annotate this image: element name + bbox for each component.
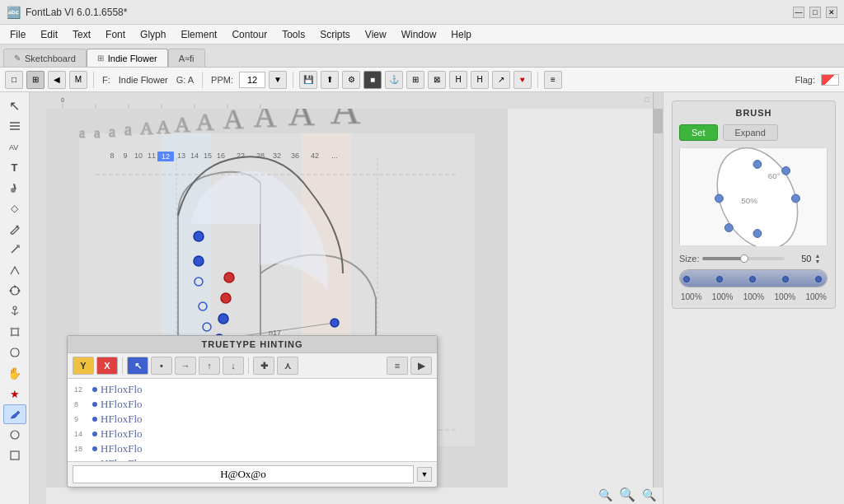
export-btn[interactable]: ⬆ <box>321 71 339 89</box>
tool-pen2[interactable] <box>3 240 26 259</box>
dark-mode-btn[interactable]: ■ <box>363 71 382 89</box>
save-btn[interactable]: 💾 <box>299 71 317 89</box>
tool-brush-active[interactable] <box>3 404 26 424</box>
svg-text:A: A <box>254 109 277 133</box>
hinting-content[interactable]: 12 HFloxFlo 8 HFloxFlo 9 HFloxFlo 14 <box>68 379 437 461</box>
svg-text:A: A <box>140 118 153 138</box>
bar-dot-4[interactable] <box>782 276 789 282</box>
brush-expand-btn[interactable]: Expand <box>723 124 778 141</box>
minimize-button[interactable]: — <box>793 7 804 18</box>
hint-dot-2 <box>92 402 97 407</box>
tool-node[interactable] <box>3 281 26 301</box>
hint-y-btn[interactable]: Y <box>73 357 94 375</box>
maximize-button[interactable]: □ <box>809 7 821 18</box>
svg-text:a: a <box>124 120 132 138</box>
menu-view[interactable]: View <box>359 27 393 42</box>
anchor-tool-btn[interactable]: ⚓ <box>385 71 403 89</box>
brush-size-row: Size: 50 ▲ ▼ <box>679 253 828 264</box>
tool-transform[interactable] <box>3 322 26 342</box>
menu-file[interactable]: File <box>3 27 32 42</box>
tool-contour[interactable] <box>3 343 26 362</box>
hint-btn[interactable]: H <box>449 71 467 89</box>
hint-arrow-btn[interactable]: ↖ <box>127 357 148 375</box>
hint-x-btn[interactable]: X <box>96 357 118 375</box>
hint-dot-btn[interactable]: • <box>151 357 172 375</box>
hint-play-btn[interactable]: ▶ <box>410 357 432 375</box>
brush-set-btn[interactable]: Set <box>679 124 718 141</box>
view-mode-btn1[interactable]: □ <box>5 71 23 89</box>
hint-fork-btn[interactable]: ⋏ <box>277 357 298 375</box>
size-up-arrow[interactable]: ▲ <box>814 253 820 259</box>
tool-select[interactable]: ↖ <box>3 96 26 115</box>
menu-window[interactable]: Window <box>395 27 443 42</box>
vertical-scrollbar[interactable] <box>653 92 663 488</box>
brush-buttons: Set Expand <box>679 124 828 141</box>
view-mode-btn4[interactable]: M <box>69 71 87 89</box>
grid-btn[interactable]: ⊞ <box>406 71 424 89</box>
svg-point-17 <box>16 334 19 337</box>
window-controls: — □ ✕ <box>793 7 837 18</box>
menu-contour[interactable]: Contour <box>225 27 274 42</box>
tool-text[interactable]: T <box>3 157 26 177</box>
menu-text[interactable]: Text <box>66 27 97 42</box>
hint-arrow-down-btn[interactable]: ↓ <box>223 357 244 375</box>
hint-arrow-up-btn[interactable]: ↑ <box>199 357 220 375</box>
zoom-fit-icon[interactable]: 🔍 <box>642 488 656 502</box>
tool-star[interactable]: ★ <box>3 384 26 404</box>
menu-help[interactable]: Help <box>444 27 478 42</box>
tool-kern[interactable]: AV <box>3 137 26 156</box>
svg-point-86 <box>782 166 790 175</box>
tool-metrics[interactable] <box>3 116 26 136</box>
hinting-input[interactable] <box>73 465 414 483</box>
tool-circle[interactable] <box>3 425 26 445</box>
zoom-in-icon[interactable]: 🔍 <box>619 487 635 502</box>
size-slider-thumb[interactable] <box>740 254 748 263</box>
settings-btn[interactable]: ⚙ <box>342 71 360 89</box>
bar-dot-1[interactable] <box>683 276 690 282</box>
ppm-input[interactable] <box>239 72 265 88</box>
hint-right-btns: ≡ ▶ <box>387 357 432 375</box>
flag-color[interactable] <box>821 74 839 86</box>
menu-edit[interactable]: Edit <box>34 27 64 42</box>
menu-element[interactable]: Element <box>174 27 223 42</box>
zoom-out-icon[interactable]: 🔍 <box>598 488 612 502</box>
size-down-arrow[interactable]: ▼ <box>814 259 820 264</box>
size-arrows[interactable]: ▲ ▼ <box>814 253 820 264</box>
bar-dot-2[interactable] <box>716 276 723 282</box>
tool-pen3[interactable] <box>3 260 26 280</box>
svg-text:A: A <box>175 113 190 137</box>
hint-cross-btn[interactable]: ✚ <box>253 357 274 375</box>
heart-btn[interactable]: ♥ <box>513 71 532 89</box>
svg-text:16: 16 <box>217 152 225 160</box>
tab-sketchboard[interactable]: ✎ Sketchboard <box>3 49 87 67</box>
ppm-down-btn[interactable]: ▼ <box>269 71 287 89</box>
spacing-btn[interactable]: ⊠ <box>428 71 446 89</box>
bar-dot-3[interactable] <box>749 276 756 282</box>
menu-font[interactable]: Font <box>99 27 132 42</box>
tab-glyph-a[interactable]: A≈fi <box>168 49 205 67</box>
hint-arrow-right-btn[interactable]: → <box>175 357 196 375</box>
tool-pen[interactable] <box>3 219 26 239</box>
tool-rect[interactable] <box>3 446 26 465</box>
tool-anchor[interactable] <box>3 301 26 321</box>
svg-point-89 <box>715 194 724 203</box>
tool-eraser[interactable]: ◇ <box>3 198 26 218</box>
arrow-btn[interactable]: ↗ <box>492 71 510 89</box>
tool-hand[interactable]: ✋ <box>3 363 26 383</box>
menu-glyph[interactable]: Glyph <box>134 27 172 42</box>
close-button[interactable]: ✕ <box>826 7 837 18</box>
hint-btn2[interactable]: H <box>471 71 489 89</box>
menu-scripts[interactable]: Scripts <box>313 27 357 42</box>
tool-paintbrush[interactable] <box>3 178 26 198</box>
view-mode-btn2[interactable]: ⊞ <box>26 71 45 89</box>
hint-scroll-btn[interactable]: ▼ <box>417 467 432 482</box>
view-mode-btn3[interactable]: ◀ <box>48 71 66 89</box>
size-slider[interactable] <box>702 257 785 260</box>
hint-menu-btn[interactable]: ≡ <box>387 357 408 375</box>
menu-tools[interactable]: Tools <box>275 27 312 42</box>
overflow-btn[interactable]: ≡ <box>544 71 562 89</box>
pct-4: 100% <box>775 292 796 301</box>
tab-indie-flower[interactable]: ⊞ Indie Flower <box>87 49 168 67</box>
font-name: Indie Flower <box>119 75 168 85</box>
bar-dot-5[interactable] <box>815 276 822 282</box>
